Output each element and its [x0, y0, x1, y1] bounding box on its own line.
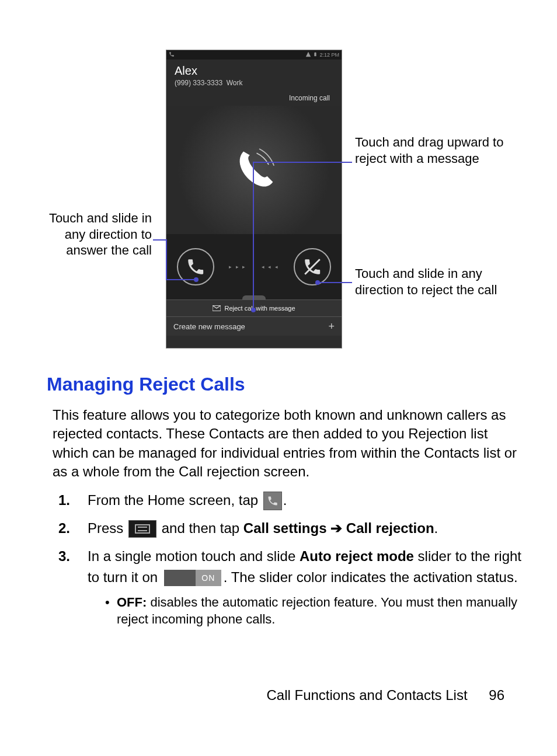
- menu-path: Call rejection: [346, 520, 434, 536]
- callout-dot: [315, 280, 320, 285]
- reject-button[interactable]: [294, 248, 331, 285]
- caller-info: Alex (999) 333-3333 Work Incoming call: [166, 60, 342, 106]
- callout-reject-message: Touch and drag upward to reject with a m…: [355, 134, 518, 166]
- slider-name: Auto reject mode: [300, 548, 414, 564]
- callout-line: [166, 239, 167, 279]
- message-x-icon: [213, 305, 221, 311]
- phone-reject-icon: [302, 257, 322, 277]
- svg-rect-2: [135, 525, 149, 533]
- caller-number: (999) 333-3333: [175, 79, 222, 87]
- swipe-hint-left: ▸ ▸ ▸: [229, 264, 246, 270]
- bullet-text: disables the automatic rejection feature…: [117, 595, 517, 627]
- menu-button-icon: [128, 520, 156, 538]
- slider-on-label: ON: [196, 570, 221, 586]
- swipe-hint-right: ◂ ◂ ◂: [262, 264, 279, 270]
- status-time: 2:12 PM: [319, 52, 339, 58]
- large-phone-icon: [228, 144, 280, 196]
- bullet-label: OFF:: [117, 595, 147, 609]
- phone-app-icon: [263, 492, 282, 510]
- step-text: and then tap: [162, 520, 243, 536]
- callout-line: [254, 162, 352, 163]
- callout-line: [153, 239, 166, 241]
- step-number: 2.: [58, 518, 88, 539]
- section-heading: Managing Reject Calls: [47, 374, 525, 395]
- phone-answer-icon: [186, 257, 206, 277]
- step-3: 3. In a single motion touch and slide Au…: [58, 546, 525, 628]
- bullet-icon: •: [105, 594, 117, 628]
- plus-icon: +: [328, 320, 335, 333]
- step-text: From the Home screen, tap: [88, 492, 262, 508]
- status-bar: 2:12 PM: [166, 50, 342, 60]
- create-message-bar[interactable]: Create new message +: [166, 317, 342, 336]
- step-number: 3.: [58, 546, 88, 567]
- step-text: .: [434, 520, 438, 536]
- menu-path: Call settings: [243, 520, 327, 536]
- caller-name: Alex: [175, 64, 333, 78]
- page-number: 96: [489, 687, 504, 703]
- bullet-off: • OFF: disables the automatic rejection …: [105, 594, 525, 628]
- callout-answer: Touch and slide in any direction to answ…: [47, 210, 152, 259]
- incoming-call-label: Incoming call: [175, 94, 333, 102]
- step-1: 1. From the Home screen, tap .: [58, 490, 525, 511]
- call-action-bar: ▸ ▸ ▸ ◂ ◂ ◂: [166, 234, 342, 299]
- step-text: .: [283, 492, 287, 508]
- phone-screenshot: 2:12 PM Alex (999) 333-3333 Work Incomin…: [166, 50, 342, 349]
- reject-with-message-label: Reject call with message: [224, 305, 295, 312]
- callout-line: [253, 162, 254, 309]
- step-text: . The slider color indicates the activat…: [224, 569, 518, 585]
- step-text: Press: [88, 520, 127, 536]
- step-2: 2. Press and then tap Call settings ➔ Ca…: [58, 518, 525, 539]
- call-area[interactable]: [166, 106, 342, 234]
- step-number: 1.: [58, 490, 88, 511]
- intro-paragraph: This feature allows you to categorize bo…: [53, 406, 525, 482]
- callout-dot: [194, 277, 199, 282]
- signal-icon: [305, 51, 311, 58]
- callout-line: [318, 282, 352, 283]
- section-title: Call Functions and Contacts List: [266, 687, 467, 703]
- caller-number-line: (999) 333-3333 Work: [175, 79, 333, 87]
- callout-reject: Touch and slide in any direction to reje…: [355, 266, 518, 298]
- battery-icon: [313, 51, 318, 58]
- callout-line: [166, 279, 195, 280]
- caller-type: Work: [227, 79, 243, 87]
- arrow-icon: ➔: [327, 520, 346, 536]
- create-message-label: Create new message: [173, 322, 245, 331]
- phone-status-icon: [169, 51, 175, 58]
- step-text: In a single motion touch and slide: [88, 548, 300, 564]
- page-footer: Call Functions and Contacts List 96: [266, 687, 504, 703]
- on-slider-icon: ON: [164, 570, 221, 586]
- callout-dot: [251, 308, 256, 312]
